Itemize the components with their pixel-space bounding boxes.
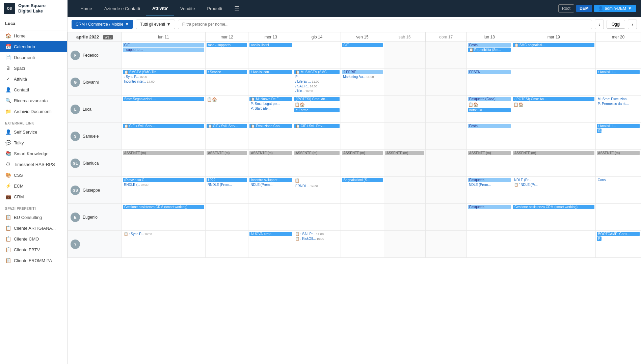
calendar-event[interactable]: analisi listini bbox=[249, 43, 292, 47]
today-button[interactable]: Oggi bbox=[607, 20, 625, 29]
sidebar-item-ricerca[interactable]: 🔍 Ricerca avanzata bbox=[0, 95, 67, 106]
absent-event[interactable]: ASSENTE (m) bbox=[207, 151, 247, 155]
calendar-event[interactable]: Festa bbox=[468, 43, 511, 47]
calendar-event-link[interactable]: RNDLE (... 08:30 bbox=[123, 183, 204, 187]
calendar-event[interactable]: noto: Co... bbox=[468, 108, 511, 112]
sidebar-item-timesheet[interactable]: ⏱ Timesheet RAS-RPS bbox=[0, 159, 67, 170]
absent-event[interactable]: ASSENTE (m) bbox=[123, 151, 204, 155]
calendar-event-icon[interactable]: 📋🏠 bbox=[206, 96, 248, 103]
calendar-event-icon[interactable]: 📋🏠 bbox=[294, 102, 340, 108]
sidebar-item-cmo[interactable]: 📋 Cliente CMO bbox=[0, 233, 67, 244]
calendar-event-link[interactable]: Incontro inter...17:00 bbox=[123, 79, 204, 84]
calendar-event[interactable]: Segnalazioni (S... bbox=[342, 178, 383, 182]
sidebar-item-calendario[interactable]: 📅 Calendario bbox=[0, 41, 67, 52]
calendar-event[interactable]: (IPOTESI) Cmo: An... bbox=[294, 97, 340, 101]
calendar-event-link[interactable]: RNDLE (Prem... bbox=[207, 183, 247, 187]
calendar-event[interactable]: CIF. bbox=[123, 43, 204, 47]
calendar-event-link[interactable]: / Liferay ...11:00 bbox=[294, 79, 340, 84]
calendar-event-link[interactable]: Cons bbox=[597, 178, 640, 182]
calendar-event[interactable]: / Analisi Li... bbox=[597, 124, 640, 128]
calendar-event-link[interactable]: 📋 : Sync P...16:00 bbox=[123, 232, 204, 236]
calendar-event-wide[interactable]: Gestione assistenza CRM (smart working) bbox=[513, 205, 594, 209]
calendar-event[interactable]: (Riavvio su C... bbox=[123, 178, 204, 182]
prev-button[interactable]: ‹ bbox=[595, 20, 604, 29]
calendar-event-link[interactable]: P: bbox=[294, 75, 340, 79]
calendar-event-link[interactable]: ERNDL... 14:00 bbox=[294, 184, 340, 188]
sidebar-item-spazi[interactable]: 🖥 Spazi bbox=[0, 63, 67, 74]
absent-event[interactable]: ASSENTE (m) bbox=[513, 151, 594, 155]
calendar-event[interactable]: Incontro sviluppat... bbox=[249, 178, 292, 182]
sidebar-item-artigiana[interactable]: 📋 Cliente ARTIGIANA... bbox=[0, 223, 67, 233]
calendar-event-link[interactable]: M: Smc: Esecuzion... bbox=[597, 97, 640, 101]
calendar-event[interactable]: 📋 M: Nuova De.Fi... bbox=[249, 97, 292, 101]
calendar-event[interactable]: 📋 CIF. / Svil. Serv... bbox=[123, 124, 204, 128]
calendar-event-link[interactable]: 📋 : KickOff...16:00 bbox=[294, 236, 340, 241]
absent-event[interactable]: ASSENTE (m) bbox=[597, 151, 640, 155]
calendar-event[interactable]: Pasquetta (Casa) bbox=[468, 97, 511, 101]
sidebar-item-archivio[interactable]: 📁 Archivio Documenti bbox=[0, 106, 67, 117]
view-selector-button[interactable]: CRM / Commerce / Mobile ▼ bbox=[72, 20, 133, 29]
calendar-event-link[interactable]: 📋 : SAL Pr...14:00 bbox=[294, 232, 340, 236]
next-button[interactable]: › bbox=[628, 20, 637, 29]
calendar-event[interactable]: r: Forma... bbox=[294, 108, 340, 112]
calendar-event[interactable]: 📋 SMC segnalazi... bbox=[513, 43, 594, 47]
calendar-event[interactable]: Festa bbox=[468, 124, 511, 128]
calendar-event-link[interactable]: Marketing Au...11:00 bbox=[342, 75, 383, 79]
calendar-event[interactable]: Pasquetta bbox=[468, 205, 511, 209]
sidebar-item-css[interactable]: 🎨 CSS bbox=[0, 170, 67, 180]
calendar-event[interactable]: ? FERIE bbox=[342, 70, 383, 74]
calendar-event-link[interactable]: 📋 ' NDLE (Pr... bbox=[513, 183, 594, 187]
calendar-event[interactable]: / Analisi con... bbox=[249, 70, 292, 74]
sidebar-item-attivita[interactable]: ✓ Attività bbox=[0, 74, 67, 84]
admin-button[interactable]: 👤 admin-DEM ▼ bbox=[594, 5, 636, 12]
calendar-event[interactable]: CIF. bbox=[342, 43, 383, 47]
absent-event[interactable]: ASSENTE (m) bbox=[468, 151, 511, 155]
sidebar-item-crm[interactable]: 💼 CRM bbox=[0, 191, 67, 202]
calendar-event[interactable]: 📋 SMCTV (SMC Tre... bbox=[123, 70, 204, 74]
calendar-event-link[interactable]: : Sync P...16:00 bbox=[123, 75, 204, 79]
sidebar-item-selfservice[interactable]: 👤 Self Service bbox=[0, 127, 67, 137]
sidebar-item-smartknowledge[interactable]: 📚 Smart Knowledge bbox=[0, 148, 67, 159]
calendar-event[interactable]: Pasquetta bbox=[468, 178, 511, 182]
sidebar-item-documenti[interactable]: 📄 Documenti bbox=[0, 52, 67, 63]
calendar-event-wide[interactable]: Gestione assistenza CRM (smart working) bbox=[123, 205, 204, 209]
nav-prodotti[interactable]: Prodotti bbox=[201, 1, 228, 16]
sidebar-item-fbtv[interactable]: 📋 Cliente FBTV bbox=[0, 244, 67, 255]
nav-aziende[interactable]: Aziende e Contatti bbox=[98, 1, 146, 16]
sidebar-item-talky[interactable]: 💬 Talky bbox=[0, 137, 67, 148]
absent-event[interactable]: ASSENTE (m) bbox=[294, 151, 340, 155]
sidebar-item-contatti[interactable]: 👤 Contatti bbox=[0, 84, 67, 95]
calendar-event[interactable]: / Analisi Li... bbox=[597, 70, 640, 74]
sidebar-item-fromm[interactable]: 📋 Cliente FROMM PA bbox=[0, 255, 67, 266]
calendar-event[interactable]: 📋 Evoluzione Coo... bbox=[249, 124, 292, 128]
nav-vendite[interactable]: Vendite bbox=[174, 1, 201, 16]
calendar-event-icon[interactable]: 📋🏠 bbox=[513, 102, 595, 108]
calendar-event-small[interactable]: G bbox=[597, 129, 602, 133]
calendar-event[interactable]: (IPOTESI) Cmo: An... bbox=[513, 97, 594, 101]
calendar-event[interactable]: 📋 CIF / Svil. Dev... bbox=[294, 124, 340, 128]
calendar-event-link[interactable]: / SAL P...14:00 bbox=[294, 84, 340, 88]
calendar-event-icon[interactable]: 📋 bbox=[294, 177, 340, 184]
sidebar-item-home[interactable]: 🏠 Home bbox=[0, 30, 67, 41]
calendar-event[interactable]: 📋 M: SMCTV (SMC... bbox=[294, 70, 340, 74]
calendar-event[interactable]: Smc: Segnalazioni ... bbox=[123, 97, 204, 101]
calendar-event[interactable]: BOOTCAMP: Cons... bbox=[597, 232, 640, 236]
absent-event[interactable]: ASSENTE (m) bbox=[385, 151, 424, 155]
calendar-event[interactable]: 📋 Reperibilità (Sm... bbox=[468, 48, 511, 52]
calendar-event[interactable]: I ??? bbox=[207, 178, 247, 182]
event-filter-button[interactable]: Tutti gli eventi ▼ bbox=[136, 20, 175, 29]
calendar-event[interactable]: FESTA bbox=[468, 70, 511, 74]
calendar-event-link[interactable]: P: Star: Ele... bbox=[249, 106, 292, 111]
calendar-event[interactable]: NUOVA10:30 bbox=[249, 232, 292, 236]
root-button[interactable]: Root bbox=[558, 4, 574, 12]
dem-button[interactable]: DEM bbox=[576, 5, 592, 12]
absent-event[interactable]: ASSENTE (m) bbox=[249, 151, 292, 155]
calendar-event[interactable]: - supporto ... bbox=[123, 48, 204, 52]
calendar-event[interactable]: rase - supporto ... bbox=[207, 43, 247, 47]
sidebar-item-buconsulting[interactable]: 📋 BU Consulting bbox=[0, 212, 67, 223]
calendar-event-icon[interactable]: 📋🏠 bbox=[468, 102, 511, 108]
calendar-event-small[interactable]: P bbox=[597, 236, 602, 241]
nav-home[interactable]: Home bbox=[74, 1, 98, 16]
calendar-event-link[interactable]: / Kic...16:00 bbox=[294, 89, 340, 93]
absent-event[interactable]: ASSENTE (m) bbox=[342, 151, 383, 155]
